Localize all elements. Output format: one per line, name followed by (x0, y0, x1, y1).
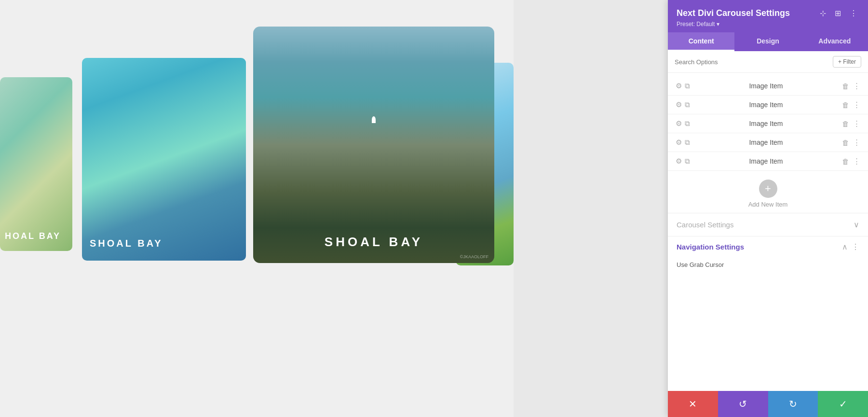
carousel-slide-1: HOAL BAY (0, 77, 72, 251)
copy-icon[interactable]: ⧉ (685, 157, 690, 166)
item-row-2: ⚙ ⧉ Image Item 🗑 ⋮ (668, 96, 868, 114)
tab-design[interactable]: Design (734, 32, 801, 51)
undo-button[interactable]: ↺ (718, 391, 768, 417)
delete-icon[interactable]: 🗑 (842, 139, 849, 147)
gear-icon[interactable]: ⚙ (676, 82, 682, 90)
item-2-label: Image Item (694, 101, 838, 109)
item-4-settings-icons: ⚙ ⧉ (676, 138, 690, 147)
item-3-actions: 🗑 ⋮ (842, 119, 860, 128)
tab-advanced[interactable]: Advanced (801, 32, 868, 51)
copy-icon[interactable]: ⧉ (685, 100, 690, 109)
cancel-button[interactable]: ✕ (668, 391, 718, 417)
copy-icon[interactable]: ⧉ (685, 119, 690, 128)
gear-icon[interactable]: ⚙ (676, 119, 682, 128)
item-row-4: ⚙ ⧉ Image Item 🗑 ⋮ (668, 133, 868, 152)
panel-tabs: Content Design Advanced (668, 32, 868, 51)
add-new-label: Add New Item (748, 201, 788, 208)
nav-chevron-up-icon[interactable]: ∧ (842, 242, 848, 251)
copy-icon[interactable]: ⧉ (685, 138, 690, 147)
item-1-label: Image Item (694, 82, 838, 90)
item-4-actions: 🗑 ⋮ (842, 138, 860, 147)
panel-search-bar: + Filter (668, 51, 868, 73)
item-row-1: ⚙ ⧉ Image Item 🗑 ⋮ (668, 77, 868, 96)
boat-decoration (372, 116, 376, 123)
panel-content-area: ⚙ ⧉ Image Item 🗑 ⋮ ⚙ ⧉ Image Item 🗑 ⋮ ⚙ (668, 73, 868, 391)
filter-button[interactable]: + Filter (833, 56, 861, 68)
delete-icon[interactable]: 🗑 (842, 120, 849, 128)
panel-title: Next Divi Carousel Settings (677, 8, 790, 18)
item-5-actions: 🗑 ⋮ (842, 157, 860, 166)
add-circle-icon: + (759, 180, 777, 198)
nav-more-icon[interactable]: ⋮ (852, 242, 859, 251)
columns-icon-button[interactable]: ⊞ (833, 8, 843, 19)
settings-panel: Next Divi Carousel Settings ⊹ ⊞ ⋮ Preset… (668, 0, 868, 417)
gear-icon[interactable]: ⚙ (676, 138, 682, 147)
slide-3-label: SHOAL BAY (325, 235, 423, 250)
use-grab-cursor-row: Use Grab Cursor (668, 257, 868, 272)
item-2-settings-icons: ⚙ ⧉ (676, 100, 690, 109)
panel-bottom-toolbar: ✕ ↺ ↻ ✓ (668, 391, 868, 417)
redo-button[interactable]: ↻ (768, 391, 818, 417)
tab-content[interactable]: Content (668, 32, 734, 51)
gear-icon[interactable]: ⚙ (676, 100, 682, 109)
more-icon[interactable]: ⋮ (853, 138, 860, 147)
panel-header-icons: ⊹ ⊞ ⋮ (818, 8, 859, 19)
carousel-slide-3: SHOAL BAY ©JKAAOLOFF (253, 27, 494, 263)
more-icon[interactable]: ⋮ (853, 157, 860, 166)
copy-icon[interactable]: ⧉ (685, 82, 690, 90)
slide-2-label: SHOAL BAY (90, 238, 163, 249)
item-2-actions: 🗑 ⋮ (842, 100, 860, 109)
more-icon[interactable]: ⋮ (853, 119, 860, 128)
item-1-actions: 🗑 ⋮ (842, 82, 860, 90)
add-new-item-button[interactable]: + Add New Item (668, 171, 868, 213)
item-row-5: ⚙ ⧉ Image Item 🗑 ⋮ (668, 152, 868, 171)
delete-icon[interactable]: 🗑 (842, 101, 849, 109)
nav-settings-title: Navigation Settings (677, 243, 744, 251)
gear-icon[interactable]: ⚙ (676, 157, 682, 166)
more-icon[interactable]: ⋮ (853, 100, 860, 109)
panel-preset[interactable]: Preset: Default ▾ (677, 21, 859, 28)
delete-icon[interactable]: 🗑 (842, 82, 849, 90)
nav-section-icons: ∧ ⋮ (842, 242, 859, 251)
delete-icon[interactable]: 🗑 (842, 157, 849, 166)
search-input[interactable] (675, 58, 829, 66)
carousel-settings-title: Carousel Settings (677, 221, 733, 229)
expand-icon-button[interactable]: ⊹ (818, 8, 828, 19)
item-1-settings-icons: ⚙ ⧉ (676, 82, 690, 90)
item-5-settings-icons: ⚙ ⧉ (676, 157, 690, 166)
more-icon[interactable]: ⋮ (853, 82, 860, 90)
item-3-settings-icons: ⚙ ⧉ (676, 119, 690, 128)
panel-header: Next Divi Carousel Settings ⊹ ⊞ ⋮ Preset… (668, 0, 868, 32)
carousel-settings-section[interactable]: Carousel Settings ∨ (668, 213, 868, 236)
item-row-3: ⚙ ⧉ Image Item 🗑 ⋮ (668, 114, 868, 133)
use-grab-cursor-label: Use Grab Cursor (677, 261, 724, 268)
panel-header-top: Next Divi Carousel Settings ⊹ ⊞ ⋮ (677, 8, 859, 19)
item-4-label: Image Item (694, 139, 838, 146)
item-5-label: Image Item (694, 157, 838, 165)
canvas-area: HOAL BAY SHOAL BAY SHOAL BAY ©JKAAOLOFF … (0, 0, 514, 417)
carousel-settings-chevron: ∨ (854, 220, 859, 229)
slide-3-watermark: ©JKAAOLOFF (460, 254, 488, 259)
nav-settings-section[interactable]: Navigation Settings ∧ ⋮ (668, 236, 868, 257)
slide-1-label: HOAL BAY (5, 231, 61, 241)
save-button[interactable]: ✓ (818, 391, 868, 417)
more-options-button[interactable]: ⋮ (848, 8, 859, 19)
carousel-slide-2: SHOAL BAY (82, 58, 246, 261)
item-3-label: Image Item (694, 120, 838, 127)
